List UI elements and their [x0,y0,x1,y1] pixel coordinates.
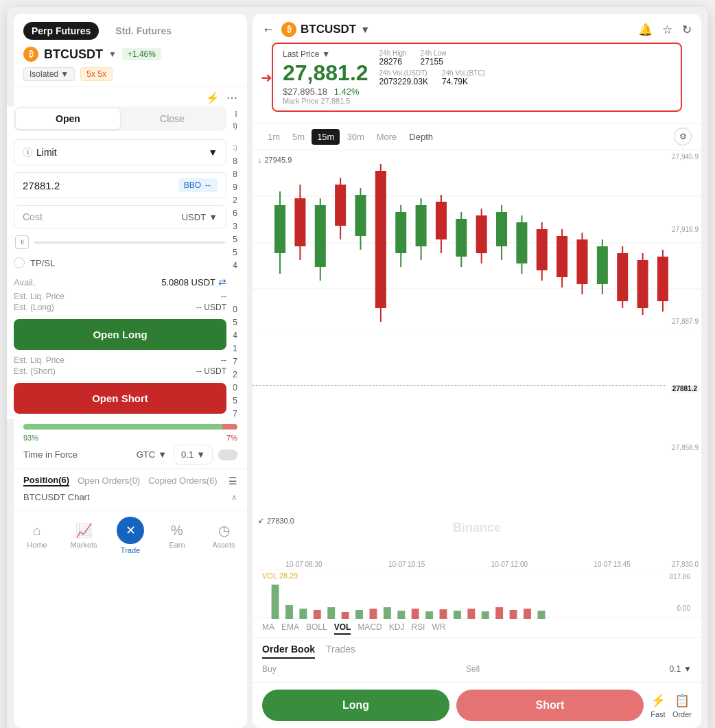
close-tab[interactable]: Close [120,108,224,129]
coin-title: ₿ BTCUSDT ▼ [281,22,370,37]
nav-earn[interactable]: % Earn [154,523,200,549]
nav-home[interactable]: ⌂ Home [14,523,60,549]
ob-size-select[interactable]: 0.1 ▼ [669,664,692,674]
usdt-dropdown[interactable]: USDT ▼ [182,212,218,222]
est-long-row: Est. (Long) -- USDT [14,303,226,312]
open-orders-tab[interactable]: Open Orders(0) [78,475,140,486]
time-tab-30m[interactable]: 30m [341,129,369,145]
ob-tab-trades[interactable]: Trades [326,644,355,659]
open-short-button[interactable]: Open Short [14,383,226,414]
cost-input[interactable]: Cost USDT ▼ [14,205,226,228]
svg-rect-53 [384,607,391,619]
time-tab-more[interactable]: More [371,129,403,145]
order-type-select[interactable]: ℹ Limit ▼ [14,139,226,165]
ob-sell-label: Sell [466,664,480,674]
chevron-up-icon[interactable]: ∧ [231,493,237,502]
tp-sl-label: TP/SL [30,258,55,268]
candle-icon[interactable]: ⚡ [206,91,220,104]
time-tab-depth[interactable]: Depth [403,129,438,145]
trade-active-icon: ✕ [117,517,144,544]
btc-icon: ₿ [23,47,38,62]
std-futures-tab[interactable]: Std. Futures [107,22,180,40]
order-icon-btn[interactable]: 📋 Order [672,693,692,718]
alert-icon[interactable]: 🔔 [638,23,653,37]
time-tab-1m[interactable]: 1m [262,129,285,145]
nav-assets[interactable]: ◷ Assets [200,522,247,549]
nav-trade[interactable]: ✕ Trade [107,517,154,554]
vol-max: 817.86 [669,573,690,580]
transfer-icon[interactable]: ⇄ [218,277,226,287]
svg-rect-55 [412,609,419,619]
tp-sl-row: TP/SL [14,257,226,268]
candlestick-chart [253,150,701,336]
ind-tab-macd[interactable]: MACD [358,621,382,635]
position-tabs: Position(6) Open Orders(0) Copied Orders… [14,469,247,510]
margin-type-badge[interactable]: Isolated ▼ [23,67,75,81]
svg-rect-14 [355,195,366,236]
order-type-label: Limit [36,147,57,158]
time-tab-5m[interactable]: 5m [287,129,310,145]
ratio-bar [23,424,237,430]
ind-tab-vol[interactable]: VOL [334,621,351,635]
position-tab[interactable]: Position(6) [23,475,69,486]
svg-rect-34 [556,236,567,277]
slider-track[interactable] [34,242,225,244]
open-long-button[interactable]: Open Long [14,319,226,350]
time-tab-15m[interactable]: 15m [312,129,340,145]
pause-icon[interactable]: ⏸ [15,235,29,249]
refresh-icon[interactable]: ↻ [682,23,692,37]
vol-label: VOL 28.29 [262,572,298,580]
short-button[interactable]: Short [456,690,644,721]
ind-tab-wr[interactable]: WR [432,621,445,635]
coin-right-chevron[interactable]: ▼ [360,24,370,35]
tp-sl-checkbox[interactable] [14,257,25,268]
chart-bottom-label: ↙27830.0 [258,516,294,525]
ind-tab-ema[interactable]: EMA [281,621,299,635]
ind-tab-kdj[interactable]: KDJ [389,621,405,635]
app-wrapper: Perp Futures Std. Futures ₿ BTCUSDT ▼ +1… [7,7,708,728]
long-button[interactable]: Long [262,690,449,721]
ind-tab-boll[interactable]: BOLL [306,621,327,635]
svg-rect-62 [510,610,517,619]
limit-info-icon: ℹ [23,148,32,157]
toggle-dots[interactable] [218,449,237,460]
gtc-select[interactable]: GTC ▼ [137,449,167,460]
svg-rect-48 [314,610,321,619]
price-change-badge: +1.46% [122,48,161,60]
ind-tab-rsi[interactable]: RSI [411,621,425,635]
star-icon[interactable]: ☆ [662,23,672,37]
svg-rect-28 [496,212,507,246]
leverage-badge[interactable]: 5x 5x [80,67,113,81]
perp-futures-tab[interactable]: Perp Futures [23,22,99,40]
order-label: Order [672,710,692,718]
ob-tabs: Order Book Trades [262,644,692,659]
svg-rect-51 [355,610,363,619]
qty-select[interactable]: 0.1 ▼ [174,445,213,465]
svg-rect-45 [272,585,279,619]
fast-order[interactable]: ⚡ Fast [650,693,666,718]
bottom-nav: ⌂ Home 📈 Markets ✕ Trade % Earn ◷ Assets [14,510,247,563]
left-panel: Perp Futures Std. Futures ₿ BTCUSDT ▼ +1… [14,14,247,728]
coin-name: BTCUSDT [44,47,103,62]
svg-rect-40 [617,253,628,301]
coin-chevron-icon[interactable]: ▼ [108,49,117,59]
copied-orders-tab[interactable]: Copied Orders(6) [148,475,217,486]
more-icon[interactable]: ⋯ [226,91,237,104]
back-arrow-icon[interactable]: ← [262,23,274,37]
ob-tab-book[interactable]: Order Book [262,644,315,659]
open-tab[interactable]: Open [16,108,120,129]
list-icon[interactable]: ☰ [228,475,237,486]
ind-tab-ma[interactable]: MA [262,621,274,635]
price-axis-5: 27,858.9 [672,444,699,451]
price-input[interactable]: 27881.2 BBO ↔ [14,172,226,198]
price-stats: 24h High 28276 24h Low 27155 24h Vol.(US… [379,49,671,86]
svg-rect-20 [416,205,427,246]
svg-rect-30 [516,222,527,263]
nav-markets-label: Markets [70,541,97,549]
ratio-green [23,424,222,430]
nav-markets[interactable]: 📈 Markets [60,522,107,549]
price-axis-bot: 27,830.0 [672,561,699,568]
bbo-badge[interactable]: BBO ↔ [178,178,218,192]
stat-row-1: 24h High 28276 24h Low 27155 [379,49,671,67]
chart-settings-icon[interactable]: ⚙ [674,128,692,145]
